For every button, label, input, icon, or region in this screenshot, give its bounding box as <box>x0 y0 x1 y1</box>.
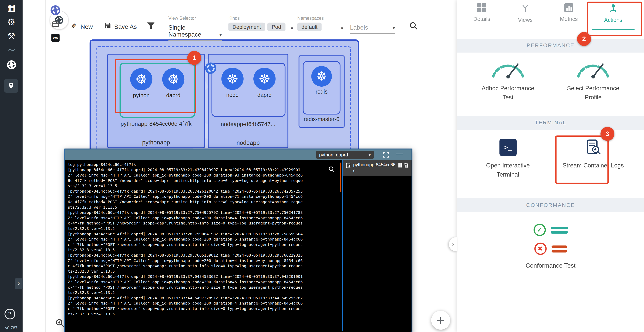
kinds-dropdown[interactable]: DeploymentPod ▾ <box>228 23 293 34</box>
tab-metrics[interactable]: Metrics <box>548 3 589 32</box>
new-button[interactable]: New <box>80 23 93 30</box>
container-label: python <box>133 92 150 99</box>
action-label: Select Performance Profile <box>562 84 624 102</box>
select-performance-profile-action[interactable]: Select Performance Profile <box>558 57 628 102</box>
terminal-log: log:pythonapp-8454cc66c-4f7fk[pythonapp-… <box>66 160 342 318</box>
sidebar-expand-chevron[interactable]: › <box>15 278 23 289</box>
gauge-icon <box>489 57 527 79</box>
right-panel: Details Views Metrics Actions PERFORMANC… <box>457 0 644 332</box>
log-line: Z" level=info msg="HTTP API Called" app_… <box>68 301 340 306</box>
container-label: redis <box>316 89 328 95</box>
tab-actions[interactable]: Actions <box>592 3 634 32</box>
kinds-label: Kinds <box>228 16 240 20</box>
tab-views[interactable]: Views <box>505 3 546 32</box>
pod-redis[interactable]: ☸ redis <box>303 61 340 114</box>
gears-icon[interactable]: ⚙ <box>0 17 23 27</box>
container-label: node <box>226 92 239 98</box>
log-line: log:pythonapp-8454cc66c-4f7fk <box>68 162 340 167</box>
chevron-down-icon: ▾ <box>219 32 222 38</box>
filter-funnel-icon[interactable] <box>146 21 155 32</box>
dapr-ring-icon[interactable] <box>0 60 23 71</box>
labels-placeholder: Labels <box>350 24 368 31</box>
search-icon[interactable] <box>409 21 418 32</box>
view-selector-label: View Selector <box>168 16 196 20</box>
chevron-down-icon: ▾ <box>393 25 395 31</box>
help-icon[interactable]: ? <box>4 309 15 320</box>
log-line: [pythonapp-8454cc66c-4f7fk:daprd] 2024-0… <box>68 231 340 237</box>
namespace-dropdown[interactable]: default ▾ <box>297 23 344 34</box>
section-header-terminal: TERMINAL <box>457 116 644 130</box>
open-interactive-terminal-action[interactable]: >_ Open Interactive Terminal <box>473 139 543 179</box>
container-python[interactable]: ☸ python <box>130 68 152 98</box>
labels-dropdown[interactable]: Labels ▾ <box>350 24 395 34</box>
log-line: [pythonapp-8454cc66c-4f7fk:daprd] 2024-0… <box>68 189 340 194</box>
log-line: ts/2.32.3 ver=1.13.5 <box>68 311 340 317</box>
log-line: [pythonapp-8454cc66c-4f7fk:daprd] 2024-0… <box>68 253 340 258</box>
tab-details[interactable]: Details <box>461 3 502 32</box>
actions-joystick-icon <box>608 3 618 13</box>
container-daprd[interactable]: ☸ daprd <box>162 68 184 98</box>
namespace-chip[interactable]: default <box>297 23 322 31</box>
active-tab-underline <box>592 29 634 30</box>
container-redis[interactable]: ☸ redis <box>311 66 332 95</box>
container-daprd[interactable]: ☸ daprd <box>254 68 276 98</box>
kind-chip[interactable]: Deployment <box>228 23 265 31</box>
canvas-zoom-icon[interactable] <box>55 318 65 330</box>
view-selector-dropdown[interactable]: Single Namespace ▾ <box>168 24 222 41</box>
log-line: ts/2.32.3 ver=1.13.5 <box>68 226 340 231</box>
wa-badge-icon[interactable]: WA <box>51 34 60 42</box>
pod-nodeapp[interactable]: ☸ node ☸ daprd <box>212 63 285 117</box>
save-as-button[interactable]: Save As <box>114 23 137 30</box>
container-node[interactable]: ☸ node <box>221 68 244 98</box>
log-line: Z" level=info msg="HTTP API Called" app_… <box>68 194 340 199</box>
container-selector-value: python, daprd <box>319 152 348 157</box>
adhoc-performance-test-action[interactable]: Adhoc Performance Test <box>473 57 543 102</box>
dapr-logo-icon[interactable] <box>50 5 61 17</box>
log-line: sts/2.32.3 ver=1.13.5 <box>68 183 340 189</box>
pod-pythonapp[interactable]: ☸ python ☸ daprd <box>120 63 195 118</box>
container-selector-dropdown[interactable]: python, daprd ▾ <box>316 151 374 159</box>
kind-chips: DeploymentPod <box>228 23 285 31</box>
log-search-icon[interactable] <box>328 166 335 175</box>
log-document-icon <box>346 162 352 169</box>
group-nodeapp[interactable]: ☸ node ☸ daprd nodeapp-d64b5747... nodea… <box>208 54 288 148</box>
group-redis[interactable]: ☸ redis redis-master-0 <box>298 55 344 128</box>
kind-chip[interactable]: Pod <box>268 23 285 31</box>
log-line: Z" level=info msg="HTTP API Called" app_… <box>68 172 340 178</box>
details-grid-icon <box>477 3 486 12</box>
stream-container-logs-action[interactable]: Stream Container Logs <box>558 139 628 179</box>
pause-icon[interactable] <box>398 163 402 167</box>
container-label: daprd <box>258 92 272 98</box>
action-label: Adhoc Performance Test <box>477 84 539 102</box>
log-line: [pythonapp-8454cc66c-4f7fk:daprd] 2024-0… <box>68 210 340 215</box>
tab-label: Actions <box>604 17 622 23</box>
apps-grid-icon[interactable]: ▦ <box>0 2 23 13</box>
terminal-titlebar[interactable]: python, daprd ▾ — <box>66 149 412 160</box>
log-line: [pythonapp-8454cc66c-4f7fk:daprd] 2024-0… <box>68 295 340 301</box>
kubernetes-pod-icon: ☸ <box>221 68 244 90</box>
add-button[interactable]: + <box>431 311 450 330</box>
conformance-test-action[interactable]: ✔ ✖ <box>457 224 644 255</box>
trash-icon[interactable] <box>403 162 409 169</box>
kubernetes-pod-icon: ☸ <box>311 66 332 87</box>
minimize-icon[interactable]: — <box>396 150 403 157</box>
kubernetes-pod-icon: ☸ <box>254 68 276 90</box>
app-root: ▦ ⚙ ⚒ ∼ › ? v0.787 WA ✎ New Save As Vi <box>0 0 644 332</box>
version-label: v0.787 <box>0 326 23 330</box>
left-sidebar: ▦ ⚙ ⚒ ∼ › ? v0.787 <box>0 0 23 332</box>
archive-card-icon[interactable] <box>52 20 59 29</box>
log-line: c-4f7fk method="POST /neworder" scope=da… <box>68 220 340 226</box>
location-pin-icon[interactable] <box>4 79 18 93</box>
views-branch-icon <box>520 3 530 13</box>
log-scrollbar[interactable] <box>340 163 341 192</box>
fullscreen-icon[interactable] <box>383 151 390 160</box>
action-label: Open Interactive Terminal <box>477 161 539 179</box>
tab-label: Views <box>518 17 532 23</box>
terminal-prompt-icon: >_ <box>499 139 516 156</box>
log-line: Z" level=info msg="HTTP API Called" app_… <box>68 279 340 285</box>
tools-icon[interactable]: ⚒ <box>0 31 23 41</box>
log-line: sts/2.32.3 ver=1.13.5 <box>68 204 340 210</box>
curve-tool-icon[interactable]: ∼ <box>0 43 23 56</box>
save-icon <box>104 22 111 31</box>
group-pythonapp[interactable]: ☸ python ☸ daprd pythonapp-8454cc66c-4f7… <box>107 54 205 148</box>
